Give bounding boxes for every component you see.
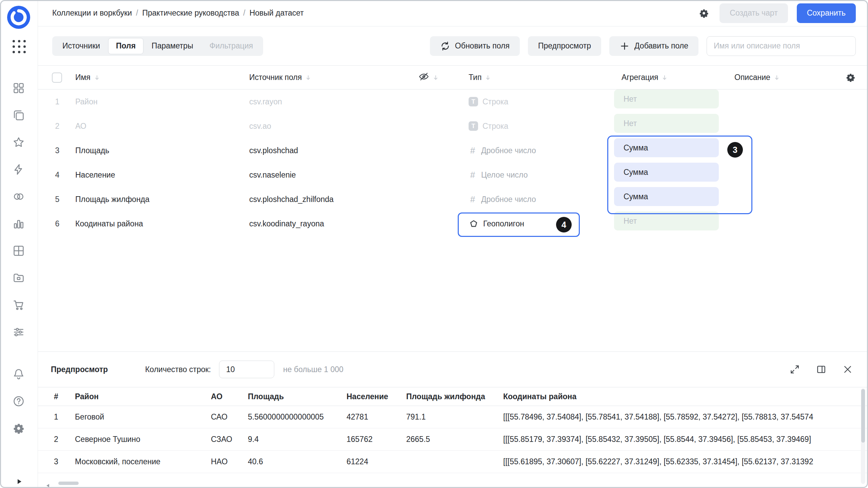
preview-cell: 9.4 xyxy=(248,428,259,450)
sort-down-icon[interactable] xyxy=(94,74,100,81)
field-type-select[interactable]: Строка xyxy=(469,114,508,138)
sidebar-item-bar-chart-icon[interactable] xyxy=(12,217,25,230)
preview-vertical-scrollbar[interactable] xyxy=(861,388,865,484)
create-chart-button[interactable]: Создать чарт xyxy=(719,3,788,23)
dataset-toolbar: Источники Поля Параметры Фильтрация Обно… xyxy=(38,26,868,65)
field-row[interactable]: 1 Район csv.rayon Строка Нет xyxy=(38,89,868,114)
field-name[interactable]: Площадь xyxy=(75,138,109,163)
field-name[interactable]: Коодинаты района xyxy=(75,211,143,236)
field-type-select[interactable]: Геополигон xyxy=(469,211,524,236)
field-search-input[interactable] xyxy=(707,36,856,56)
tab-sources[interactable]: Источники xyxy=(54,38,108,54)
breadcrumb-separator: / xyxy=(243,8,245,18)
field-name[interactable]: Площадь жилфонда xyxy=(75,187,150,211)
preview-bar-actions xyxy=(788,363,854,376)
field-type-select[interactable]: Целое число xyxy=(469,163,528,187)
sort-down-icon[interactable] xyxy=(773,74,780,81)
split-view-icon[interactable] xyxy=(814,363,828,376)
scrollbar-thumb[interactable] xyxy=(861,389,865,443)
sidebar-item-grid-table-icon[interactable] xyxy=(12,244,25,257)
row-number: 3 xyxy=(52,138,63,163)
sort-down-icon[interactable] xyxy=(485,74,491,81)
field-source[interactable]: csv.ploshchad_zhilfonda xyxy=(249,187,334,211)
save-button[interactable]: Сохранить xyxy=(797,3,856,23)
bell-icon[interactable] xyxy=(12,368,25,381)
scrollbar-thumb[interactable] xyxy=(58,482,79,485)
select-all-checkbox[interactable] xyxy=(52,73,62,83)
geopolygon-type-icon xyxy=(469,219,479,229)
field-name[interactable]: Район xyxy=(75,89,98,114)
aggregation-select[interactable]: Нет xyxy=(614,114,719,133)
sort-down-icon[interactable] xyxy=(661,74,668,81)
sidebar-item-folder-icon[interactable] xyxy=(12,271,25,284)
sidebar-item-sliders-icon[interactable] xyxy=(12,326,25,339)
aggregation-select[interactable]: Сумма xyxy=(614,138,719,157)
field-source[interactable]: csv.ao xyxy=(249,114,271,138)
expand-preview-icon[interactable] xyxy=(788,363,802,376)
sidebar-gear-icon[interactable] xyxy=(12,422,25,435)
close-preview-icon[interactable] xyxy=(841,363,854,376)
datalens-logo-icon[interactable] xyxy=(6,4,32,30)
column-header-aggregation[interactable]: Агрегация xyxy=(622,66,668,89)
field-source[interactable]: csv.ploshchad xyxy=(249,138,298,163)
column-header-source[interactable]: Источник поля xyxy=(249,66,312,89)
row-count-input[interactable] xyxy=(219,361,274,378)
refresh-fields-button[interactable]: Обновить поля xyxy=(430,36,520,56)
apps-grid-icon[interactable] xyxy=(13,40,26,53)
field-source[interactable]: csv.rayon xyxy=(249,89,282,114)
aggregation-select[interactable]: Нет xyxy=(614,89,719,108)
field-row[interactable]: 2 АО csv.ao Строка Нет xyxy=(38,114,868,138)
column-header-visibility[interactable] xyxy=(418,66,439,89)
fields-table: Имя Источник поля Тип xyxy=(38,65,868,236)
dataset-settings-gear-icon[interactable] xyxy=(697,6,711,20)
sidebar-item-tiles-icon[interactable] xyxy=(12,82,25,95)
field-type-select[interactable]: Строка xyxy=(469,89,508,114)
preview-column-header: Район xyxy=(75,387,99,406)
field-source[interactable]: csv.naselenie xyxy=(249,163,296,187)
field-row[interactable]: 6 Коодинаты района csv.koodinaty_rayona … xyxy=(38,211,868,236)
tab-filtering[interactable]: Фильтрация xyxy=(201,38,261,54)
sidebar-bottom-nav xyxy=(0,368,37,435)
preview-column-header: Площадь жилфонда xyxy=(406,387,485,406)
breadcrumb-guides[interactable]: Практические руководства xyxy=(142,8,239,18)
refresh-icon xyxy=(440,41,450,51)
aggregation-select[interactable]: Нет xyxy=(614,211,719,230)
field-row[interactable]: 5 Площадь жилфонда csv.ploshchad_zhilfon… xyxy=(38,187,868,211)
add-field-button[interactable]: Добавить поле xyxy=(609,36,698,56)
sidebar-item-circles-icon[interactable] xyxy=(12,190,25,203)
column-label: Агрегация xyxy=(622,73,658,82)
column-header-description[interactable]: Описание xyxy=(734,66,780,89)
field-source[interactable]: csv.koodinaty_rayona xyxy=(249,211,324,236)
field-name[interactable]: Население xyxy=(75,163,115,187)
field-type-select[interactable]: Дробное число xyxy=(469,138,536,163)
column-label: Тип xyxy=(469,73,481,82)
scroll-left-arrow-icon[interactable] xyxy=(45,481,50,486)
breadcrumb-collections[interactable]: Коллекции и воркбуки xyxy=(52,8,132,18)
field-type-select[interactable]: Дробное число xyxy=(469,187,536,211)
sidebar-item-star-icon[interactable] xyxy=(12,136,25,149)
aggregation-select[interactable]: Сумма xyxy=(614,187,719,206)
help-icon[interactable] xyxy=(12,395,25,408)
tab-parameters[interactable]: Параметры xyxy=(143,38,201,54)
field-row[interactable]: 3 Площадь csv.ploshchad Дробное число Су… xyxy=(38,138,868,163)
sidebar-item-cart-icon[interactable] xyxy=(12,299,25,311)
column-header-name[interactable]: Имя xyxy=(75,66,100,89)
sidebar-item-layers-icon[interactable] xyxy=(12,109,25,122)
sort-down-icon[interactable] xyxy=(432,74,439,81)
annotation-badge-4: 4 xyxy=(556,217,572,232)
sidebar-item-lightning-icon[interactable] xyxy=(12,163,25,176)
row-number: 1 xyxy=(52,89,63,114)
sort-down-icon[interactable] xyxy=(305,74,312,81)
horizontal-scrollbar[interactable] xyxy=(43,481,863,486)
field-row[interactable]: 4 Население csv.naselenie Целое число Су… xyxy=(38,163,868,187)
field-name[interactable]: АО xyxy=(75,114,86,138)
fields-table-header: Имя Источник поля Тип xyxy=(38,66,868,89)
preview-toggle-button[interactable]: Предпросмотр xyxy=(528,36,601,56)
tab-fields[interactable]: Поля xyxy=(108,38,143,54)
aggregation-select[interactable]: Сумма xyxy=(614,163,719,182)
table-settings-gear-icon[interactable] xyxy=(845,66,856,89)
column-label: Имя xyxy=(75,73,91,82)
sidebar-expand-icon[interactable] xyxy=(16,478,22,485)
column-header-type[interactable]: Тип xyxy=(469,66,491,89)
row-count-hint: не больше 1 000 xyxy=(283,365,343,374)
